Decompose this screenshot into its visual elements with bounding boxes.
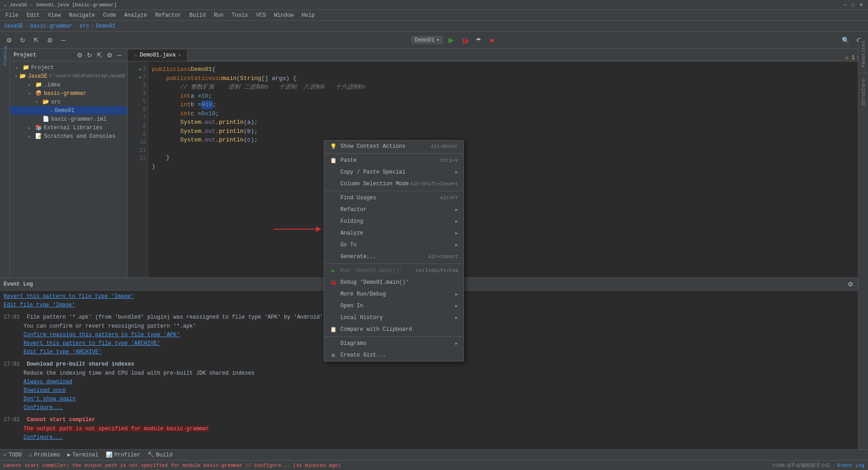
menu-help[interactable]: Help — [298, 11, 318, 19]
maximize-button[interactable]: □ — [850, 2, 856, 8]
sidebar-item-basic-grammar[interactable]: ▾ 📦 basic-grammar — [10, 89, 127, 98]
ctx-refactor[interactable]: Refactor — [324, 204, 463, 216]
minus-icon[interactable]: ─ — [58, 35, 69, 46]
edit-archive-link[interactable]: Edit file type 'ARCHIVE' — [24, 349, 102, 355]
menu-window[interactable]: Window — [270, 11, 297, 19]
ctx-copy-paste-special[interactable]: Copy / Paste Special — [324, 166, 463, 178]
ctx-debug-demo01[interactable]: 🐞 Debug 'Demo01.main()' — [324, 277, 463, 288]
ctx-find-usages[interactable]: Find Usages Alt+F7 — [324, 192, 463, 204]
menu-code[interactable]: Code — [99, 11, 120, 19]
sidebar-item-demo01[interactable]: ☕ Demo01 — [10, 106, 127, 115]
menu-vcs[interactable]: VCS — [253, 11, 270, 19]
menu-edit[interactable]: Edit — [23, 11, 43, 19]
tab-close-icon[interactable]: ✕ — [178, 52, 181, 58]
project-icon[interactable]: Project — [1, 51, 9, 59]
todo-button[interactable]: ✓ TODO — [4, 451, 22, 458]
search-everywhere-icon[interactable]: 🔍 — [840, 35, 851, 46]
close-button[interactable]: ✕ — [858, 2, 864, 8]
more-run-icon — [330, 291, 337, 298]
run-button[interactable]: ▶ — [446, 35, 457, 46]
nav-demo01[interactable]: Demo01 — [96, 23, 115, 29]
nav-src[interactable]: src — [79, 23, 89, 29]
ctx-open-in[interactable]: Open In — [324, 300, 463, 312]
sidebar-collapse-icon[interactable]: ⇱ — [95, 51, 104, 59]
problems-button[interactable]: ⚠ Problems — [29, 451, 60, 458]
collapse-all-icon[interactable]: ⇱ — [31, 35, 42, 46]
configure-download-link[interactable]: Configure... — [24, 404, 62, 411]
bottom-settings-icon[interactable]: ⚙ — [846, 280, 854, 288]
structure-icon[interactable]: ≡ — [1, 61, 9, 69]
nav-basic-grammar[interactable]: basic-grammar — [30, 23, 72, 29]
sidebar-item-external-libs[interactable]: ▸ 📚 External Libraries — [10, 123, 127, 132]
status-bar-right: CSDN·@不会编程的王小白 Event Log — [773, 462, 864, 469]
minimize-button[interactable]: ─ — [842, 2, 848, 8]
confirm-apk-link[interactable]: Confirm reassign this pattern to file ty… — [24, 332, 180, 338]
right-favorites-icon[interactable]: Favorites — [861, 41, 866, 67]
code-editor[interactable]: public class Demo01 { public static void… — [148, 61, 862, 277]
ctx-run-demo01[interactable]: ▶ Run 'Demo01.main()' Ctrl+Shift+F10 — [324, 265, 463, 277]
log-title-1: File pattern '*.apk' (from 'bundled' plu… — [27, 314, 346, 320]
ctx-analyze[interactable]: Analyze — [324, 227, 463, 239]
ctx-generate[interactable]: Generate... Alt+Insert — [324, 251, 463, 263]
settings-icon[interactable]: ⚙ — [4, 35, 14, 46]
sync-icon[interactable]: ↻ — [17, 35, 28, 46]
stop-button[interactable]: ■ — [486, 35, 497, 46]
log-error-title: Cannot start compiler — [27, 417, 95, 423]
configure-compiler-link[interactable]: Configure... — [24, 434, 62, 441]
line-num-6: 6 — [129, 106, 146, 114]
sidebar-settings-icon[interactable]: ⚙ — [75, 51, 84, 59]
gear-icon[interactable]: ⚙ — [44, 35, 55, 46]
editor-tab-demo01[interactable]: ☕ Demo01.java ✕ — [127, 50, 188, 61]
line-num-9: 9 — [129, 130, 146, 138]
menu-run[interactable]: Run — [210, 11, 227, 19]
right-structure-icon[interactable]: Structure — [861, 79, 866, 105]
ctx-more-run-debug[interactable]: More Run/Debug — [324, 288, 463, 300]
run-config-label: Demo01 — [415, 37, 434, 43]
menu-tools[interactable]: Tools — [228, 11, 252, 19]
menu-build[interactable]: Build — [186, 11, 209, 19]
sidebar-close-icon[interactable]: ─ — [115, 51, 123, 59]
ctx-local-history[interactable]: Local History — [324, 312, 463, 324]
revert-image-link[interactable]: Revert this pattern to file type 'Image' — [4, 293, 134, 300]
ctx-diagrams[interactable]: Diagrams — [324, 338, 463, 349]
ctx-compare-clipboard[interactable]: 📋 Compare with Clipboard — [324, 324, 463, 335]
ctx-shortcut-paste: Ctrl+V — [440, 158, 458, 163]
menu-refactor[interactable]: Refactor — [151, 11, 185, 19]
menu-file[interactable]: File — [2, 11, 22, 19]
sidebar-item-project[interactable]: ▾ 📁 Project — [10, 63, 127, 72]
download-once-link[interactable]: Download once — [24, 387, 66, 394]
sidebar-gear-icon[interactable]: ⚙ — [105, 51, 113, 59]
sidebar-item-src[interactable]: ▾ 📂 src — [10, 98, 127, 106]
ctx-goto[interactable]: Go To — [324, 239, 463, 251]
dont-show-again-link[interactable]: Don't show again — [24, 396, 75, 402]
sidebar-item-javaee[interactable]: ▾ 📂 JavaSE C:\Users\AELM\Desktop\JavaSE — [10, 72, 127, 80]
sidebar-item-idea[interactable]: ▸ 📁 .idea — [10, 80, 127, 89]
sidebar-item-iml[interactable]: 📄 basic-grammar.iml — [10, 115, 127, 123]
debug-button[interactable]: 🐞 — [459, 35, 470, 46]
ctx-paste[interactable]: 📋 Paste Ctrl+V — [324, 155, 463, 166]
edit-image-link[interactable]: Edit file type 'Image' — [4, 302, 75, 308]
always-download-link[interactable]: Always download — [24, 379, 72, 385]
profiler-button[interactable]: 📊 Profiler — [106, 451, 141, 458]
revert-archive-link[interactable]: Revert this pattern to file type 'ARCHIV… — [24, 340, 160, 347]
ctx-show-context-actions[interactable]: 💡 Show Context Actions Alt+Enter — [324, 141, 463, 152]
ctx-shortcut-show-context: Alt+Enter — [431, 144, 458, 149]
sidebar-item-scratches[interactable]: ▸ 📝 Scratches and Consoles — [10, 132, 127, 141]
nav-javaee[interactable]: JavaSE — [4, 23, 23, 29]
coverage-button[interactable]: ☂ — [473, 35, 484, 46]
ctx-create-gist[interactable]: ⚙ Create Gist... — [324, 349, 463, 361]
run-config-selector[interactable]: Demo01 ▾ — [411, 36, 443, 44]
log-links-2b: Download once — [24, 386, 864, 395]
build-button[interactable]: 🔨 Build — [147, 451, 172, 458]
event-log-label[interactable]: Event Log — [838, 463, 864, 468]
terminal-button[interactable]: ▶ Terminal — [67, 451, 99, 458]
menu-navigate[interactable]: Navigate — [65, 11, 99, 19]
menu-view[interactable]: View — [44, 11, 65, 19]
ctx-folding[interactable]: Folding — [324, 216, 463, 227]
sidebar-javaee-label: JavaSE — [28, 73, 47, 80]
editor-content[interactable]: ▶1 ▶2 3 4 5 6 7 8 9 10 11 12 public — [127, 61, 862, 277]
goto-icon — [330, 241, 337, 249]
sidebar-sync-icon[interactable]: ↻ — [85, 51, 94, 59]
menu-analyze[interactable]: Analyze — [121, 11, 151, 19]
ctx-column-selection[interactable]: Column Selection Mode Alt+Shift+Insert — [324, 178, 463, 190]
